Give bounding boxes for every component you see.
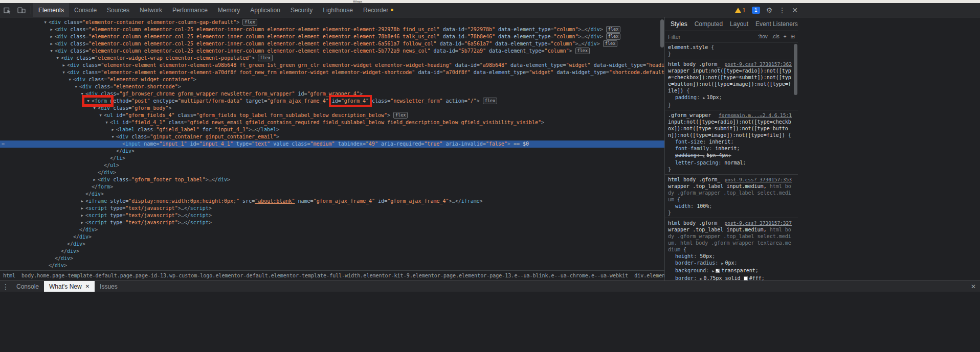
twisty-icon[interactable]: ▼ bbox=[48, 48, 55, 55]
drawer-tab-console[interactable]: Console bbox=[11, 281, 44, 292]
flex-badge[interactable]: flex bbox=[603, 40, 617, 47]
warning-badge[interactable]: 1 bbox=[735, 7, 746, 13]
tree-row[interactable]: </div> bbox=[0, 226, 664, 233]
flex-badge[interactable]: flex bbox=[393, 112, 408, 119]
scrollbar-thumb[interactable] bbox=[794, 44, 797, 95]
tree-row[interactable]: </div> bbox=[0, 233, 664, 241]
sidebar-tab-computed[interactable]: Computed bbox=[691, 20, 726, 28]
drawer-tab-issues[interactable]: Issues bbox=[95, 281, 123, 292]
tree-row[interactable]: ▼<div class="elementor-widget-wrap eleme… bbox=[0, 55, 664, 62]
tree-row[interactable]: ▶<script type="text/javascript">…</scrip… bbox=[0, 205, 664, 212]
twisty-icon[interactable]: ▼ bbox=[73, 83, 79, 90]
tree-row[interactable]: ▼<div class="elementor-container element… bbox=[0, 19, 664, 26]
twisty-icon[interactable]: ▶ bbox=[79, 205, 85, 212]
tree-row[interactable]: </li> bbox=[0, 155, 664, 162]
twisty-icon[interactable]: ▶ bbox=[60, 62, 67, 69]
tree-row[interactable]: ▶<div class="elementor-element elementor… bbox=[0, 62, 664, 69]
tree-row[interactable]: ▼<div class="elementor-shortcode"> bbox=[0, 83, 664, 90]
tree-row[interactable]: </div> bbox=[0, 255, 664, 262]
twisty-icon[interactable]: ▼ bbox=[103, 119, 110, 126]
tree-row[interactable]: ▼<div class="gform_body"> bbox=[0, 105, 664, 112]
tab-performance[interactable]: Performance bbox=[167, 3, 213, 17]
breadcrumb-item[interactable]: body.home.page-template-default.page.pag… bbox=[21, 273, 628, 278]
twisty-icon[interactable]: ▼ bbox=[97, 112, 104, 119]
drawer-menu-icon[interactable]: ⋮ bbox=[2, 283, 9, 290]
expand-icon[interactable]: ▶ bbox=[712, 269, 714, 273]
twisty-icon[interactable]: ▼ bbox=[79, 90, 85, 98]
tree-row[interactable]: </div> bbox=[0, 148, 664, 155]
tree-row[interactable]: ▶<script type="text/javascript">…</scrip… bbox=[0, 212, 664, 219]
expand-icon[interactable]: ▶ bbox=[700, 277, 702, 280]
tree-row[interactable]: <input name="input_1" id="input_4_1" typ… bbox=[0, 140, 664, 148]
color-swatch[interactable] bbox=[744, 276, 748, 280]
tab-network[interactable]: Network bbox=[135, 3, 167, 17]
grid-icon[interactable]: ⊞ bbox=[791, 34, 795, 39]
issues-badge[interactable]: 1 bbox=[752, 7, 760, 14]
sidebar-tab-styles[interactable]: Styles bbox=[667, 20, 691, 28]
class-toggle[interactable]: .cls bbox=[772, 34, 779, 39]
expand-icon[interactable]: ▶ bbox=[703, 154, 705, 158]
tree-row[interactable]: ▼<li id="field_4_1" class="gfield news_e… bbox=[0, 119, 664, 126]
tree-row[interactable]: ▶<div class="elementor-column elementor-… bbox=[0, 33, 664, 40]
flex-badge[interactable]: flex bbox=[575, 48, 590, 54]
flex-badge[interactable]: flex bbox=[242, 19, 257, 26]
close-devtools-icon[interactable]: ✕ bbox=[792, 7, 798, 14]
elements-scrollbar[interactable] bbox=[659, 17, 664, 270]
css-property[interactable]: border: ▶0.75px solid #fff; bbox=[668, 275, 792, 280]
tree-row[interactable]: ▼<div class="elementor-element elementor… bbox=[0, 69, 664, 76]
twisty-icon[interactable]: ▶ bbox=[48, 33, 55, 40]
close-tab-icon[interactable]: ✕ bbox=[85, 284, 90, 289]
css-property[interactable]: border-radius: ▶0px; bbox=[668, 260, 792, 267]
tab-elements[interactable]: Elements bbox=[33, 3, 69, 17]
tree-row[interactable]: ▶<div class="elementor-column elementor-… bbox=[0, 40, 664, 48]
styles-scrollbar[interactable] bbox=[793, 43, 798, 280]
flex-badge[interactable]: flex bbox=[606, 26, 620, 33]
settings-gear-icon[interactable]: ⚙ bbox=[766, 7, 773, 14]
css-property[interactable]: font-family: inherit; bbox=[668, 145, 792, 152]
flex-badge[interactable]: flex bbox=[606, 33, 620, 40]
css-property[interactable]: height: 50px; bbox=[668, 253, 792, 260]
tree-row[interactable]: </div> bbox=[0, 191, 664, 198]
twisty-icon[interactable]: ▼ bbox=[85, 98, 92, 105]
color-swatch[interactable] bbox=[716, 269, 720, 273]
css-property[interactable]: padding: ▶5px 4px; bbox=[668, 152, 792, 159]
css-property[interactable]: letter-spacing: normal; bbox=[668, 159, 792, 166]
css-property[interactable]: background: ▶transparent; bbox=[668, 267, 792, 275]
tree-row[interactable]: ▶<label class="gfield_label" for="input_… bbox=[0, 126, 664, 133]
inspect-element-icon[interactable] bbox=[0, 5, 14, 16]
expand-icon[interactable]: ▶ bbox=[703, 96, 705, 100]
tree-row[interactable]: </div> bbox=[0, 169, 664, 176]
twisty-icon[interactable]: ▶ bbox=[79, 219, 85, 226]
css-property[interactable]: font-size: inherit; bbox=[668, 138, 792, 145]
twisty-icon[interactable]: ▶ bbox=[91, 176, 98, 183]
twisty-icon[interactable]: ▶ bbox=[48, 26, 55, 33]
drawer-tab-what-s-new[interactable]: What's New✕ bbox=[44, 281, 95, 292]
source-link[interactable]: post-9.css?_3730157:327 bbox=[724, 220, 792, 226]
tree-row[interactable]: </div> bbox=[0, 262, 664, 269]
twisty-icon[interactable]: ▶ bbox=[79, 212, 85, 219]
scrollbar-thumb[interactable] bbox=[660, 19, 664, 48]
twisty-icon[interactable]: ▼ bbox=[60, 69, 67, 76]
tab-security[interactable]: Security bbox=[285, 3, 318, 17]
tree-row[interactable]: </form> bbox=[0, 183, 664, 191]
css-property[interactable]: padding: ▶10px; bbox=[668, 94, 792, 102]
tree-row[interactable]: </ul> bbox=[0, 162, 664, 169]
tab-memory[interactable]: Memory bbox=[213, 3, 245, 17]
device-toolbar-icon[interactable] bbox=[14, 5, 29, 16]
twisty-icon[interactable]: ▼ bbox=[109, 133, 116, 140]
tree-row[interactable]: ▼<form method="post" enctype="multipart/… bbox=[0, 98, 664, 105]
tree-row[interactable]: </div> bbox=[0, 248, 664, 255]
flex-badge[interactable]: flex bbox=[483, 98, 497, 104]
tree-row[interactable]: ▶<iframe style="display:none;width:0px;h… bbox=[0, 198, 664, 205]
tree-row[interactable]: ▼<div class="ginput_container ginput_con… bbox=[0, 133, 664, 140]
twisty-icon[interactable]: ▶ bbox=[48, 40, 55, 48]
new-style-rule-button[interactable]: + bbox=[784, 34, 787, 39]
styles-filter-input[interactable]: Filter bbox=[668, 34, 680, 40]
expand-icon[interactable]: ▶ bbox=[721, 262, 723, 266]
css-property[interactable]: width: 100%; bbox=[668, 203, 792, 209]
twisty-icon[interactable]: ▼ bbox=[91, 105, 98, 112]
tab-recorder[interactable]: Recorder bbox=[358, 3, 398, 17]
tree-row[interactable]: ▼<ul id="gform_fields_4" class="gform_fi… bbox=[0, 112, 664, 119]
close-drawer-icon[interactable]: ✕ bbox=[971, 283, 976, 290]
tree-row[interactable]: ▼<div class="elementor-widget-container"… bbox=[0, 76, 664, 83]
